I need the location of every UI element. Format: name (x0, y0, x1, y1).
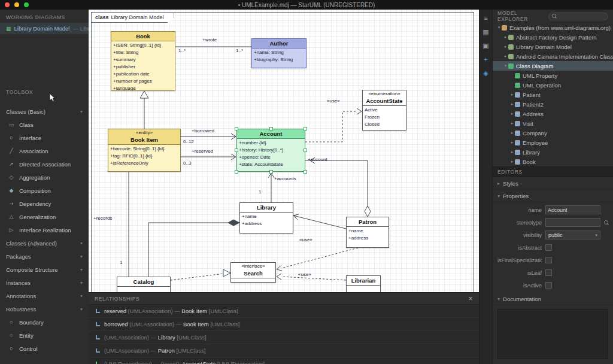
tree-item-abstract-factory-design-pattern[interactable]: ▸Abstract Factory Design Pattern (493, 32, 613, 42)
tree-expand-icon[interactable]: ▸ (509, 111, 515, 116)
tree-item-library-domain-model[interactable]: ▸Library Domain Model (493, 42, 613, 51)
tree-item-class-diagram[interactable]: ▾Class Diagram (493, 61, 613, 71)
tree-item-label: Abstract Factory Design Pattern (516, 34, 597, 41)
toolbox-item-aggregation[interactable]: ◇Aggregation (0, 171, 89, 184)
relationship-row[interactable]: (UMLAssociation) — Patron [UMLClass] (89, 344, 479, 357)
toolbox-item-directed-association[interactable]: ↗Directed Association (0, 157, 89, 171)
toolbox-section-annotations[interactable]: Annotations▾ (0, 289, 89, 302)
tree-item-library[interactable]: ▸Library (493, 147, 613, 157)
tree-expand-icon[interactable]: ▸ (503, 54, 508, 59)
tree-item-icon (515, 73, 520, 78)
tree-expand-icon[interactable]: ▾ (496, 25, 502, 30)
toolbox-section-classes-basic[interactable]: Classes (Basic)▾ (0, 105, 89, 118)
right-tools-strip: ≡▦▣+◈ (479, 10, 492, 364)
tree-expand-icon[interactable]: ▸ (503, 35, 508, 40)
diagram-canvas[interactable]: Book+ISBN: String[0..1] {id}+title: Stri… (89, 10, 479, 292)
pages-icon[interactable]: ≡ (481, 13, 491, 23)
relationships-list: reserved (UMLAssociation) — Book Item [U… (89, 305, 479, 364)
toolbox-item-label: Control (19, 345, 38, 352)
dependency-icon: ⇢ (8, 201, 15, 207)
explorer-search-input[interactable] (548, 13, 608, 20)
frame-keyword: class (95, 14, 109, 20)
working-diagram-suffix: — Libra (72, 25, 89, 32)
tree-expand-icon[interactable]: ▸ (509, 140, 515, 145)
toolbox-item-boundary[interactable]: ○Boundary (0, 316, 89, 329)
tree-item-patient2[interactable]: ▸Patient2 (493, 99, 613, 109)
tree-expand-icon[interactable]: ▾ (503, 63, 508, 68)
toolbox-item-class[interactable]: ▭Class (0, 118, 89, 131)
tree-expand-icon[interactable]: ▸ (509, 102, 515, 107)
relationship-text: (UMLAssociation) — Library [UMLClass] (104, 334, 207, 341)
toolbox-header: TOOLBOX (0, 84, 89, 98)
tree-item-android-camera-implementation-class[interactable]: ▸Android Camera Implementation Class (493, 51, 613, 61)
staruml-app: • UMLExample.mdj — StarUML (UNREGISTERED… (0, 0, 613, 364)
isabstract-checkbox[interactable] (545, 244, 552, 251)
stereotype-property-input[interactable] (545, 218, 600, 227)
toolbox-section-label: Classes (Advanced) (6, 240, 57, 247)
class-icon: ▭ (8, 122, 15, 128)
toolbox-item-composition[interactable]: ◆Composition (0, 184, 89, 197)
toolbox-item-control[interactable]: ○Control (0, 342, 89, 355)
tree-expand-icon[interactable]: ▸ (509, 150, 515, 154)
isleaf-checkbox[interactable] (545, 269, 552, 276)
toolbox-section-composite-structure[interactable]: Composite Structure▾ (0, 263, 89, 276)
tree-item-uml-operation[interactable]: UML Operation (493, 80, 613, 90)
tree-expand-icon[interactable]: ▸ (509, 159, 515, 164)
tree-expand-icon[interactable]: ▸ (503, 44, 508, 49)
toolbox-item-interface-realization[interactable]: ▷Interface Realization (0, 223, 89, 236)
close-window-button[interactable] (5, 2, 10, 7)
toolbox-item-association[interactable]: ╱Association (0, 144, 89, 157)
share-icon[interactable]: ◈ (481, 68, 491, 78)
tree-item-label: Android Camera Implementation Class (516, 53, 613, 60)
tree-item-book[interactable]: ▸Book (493, 157, 613, 166)
toolbox-item-interface[interactable]: ○Interface (0, 131, 89, 144)
visibility-select[interactable]: public ▾ (545, 230, 600, 239)
toolbox-item-generalization[interactable]: △Generalization (0, 210, 89, 223)
styles-section[interactable]: ▸ Styles (493, 177, 613, 190)
tree-item-address[interactable]: ▸Address (493, 109, 613, 119)
toolbox-item-entity[interactable]: ○Entity (0, 329, 89, 342)
toolbox-section-instances[interactable]: Instances▾ (0, 276, 89, 289)
tree-expand-icon[interactable]: ▸ (509, 131, 515, 135)
titlebar: • UMLExample.mdj — StarUML (UNREGISTERED… (0, 0, 613, 10)
tree-expand-icon[interactable]: ▸ (509, 121, 515, 126)
isfinalspecialization-checkbox[interactable] (545, 257, 552, 263)
toolbox-section-classes-advanced[interactable]: Classes (Advanced)▾ (0, 236, 89, 250)
relationship-row[interactable]: (UMLAssociation) — Library [UMLClass] (89, 331, 479, 344)
move-tool-icon[interactable]: + (481, 54, 491, 64)
toolbox-section-robustness[interactable]: Robustness▾ (0, 302, 89, 316)
left-sidebar: WORKING DIAGRAMS ▦ Library Domain Model … (0, 10, 89, 364)
tree-item-uml-property[interactable]: UML Property (493, 71, 613, 80)
relationship-row[interactable]: reserved (UMLAssociation) — Book Item [U… (89, 305, 479, 318)
relationship-row[interactable]: (UMLDependency) — (target): AccountState… (89, 357, 479, 364)
isactive-checkbox[interactable] (545, 282, 552, 289)
working-diagram-item[interactable]: ▦ Library Domain Model — Libra (0, 23, 89, 34)
name-property-input[interactable] (545, 205, 600, 214)
stereotype-search-icon[interactable] (604, 220, 609, 225)
tree-item-company[interactable]: ▸Company (493, 128, 613, 138)
edge-label: 1 (120, 260, 122, 265)
toolbox-section-packages[interactable]: Packages▾ (0, 250, 89, 263)
minimize-window-button[interactable] (14, 2, 19, 7)
properties-section[interactable]: ▾ Properties (493, 190, 613, 202)
toolbox-item-dependency[interactable]: ⇢Dependency (0, 197, 89, 210)
relationship-row[interactable]: borrowed (UMLAssociation) — Book Item [U… (89, 318, 479, 331)
tree-item-visit[interactable]: ▸Visit (493, 119, 613, 128)
tree-expand-icon[interactable]: ▸ (509, 92, 515, 97)
chevron-down-icon: ▾ (80, 109, 83, 114)
minimap-icon[interactable]: ▣ (481, 41, 491, 50)
tree-item-icon (508, 54, 514, 59)
relationships-panel: RELATIONSHIPS × reserved (UMLAssociation… (89, 292, 479, 364)
grid-view-icon[interactable]: ▦ (481, 27, 491, 37)
zoom-window-button[interactable] (24, 2, 29, 7)
directed-association-icon: ↗ (8, 161, 15, 167)
documentation-textarea[interactable] (497, 309, 608, 359)
relationships-title: RELATIONSHIPS (95, 296, 139, 302)
close-panel-icon[interactable]: × (468, 295, 473, 303)
tree-item-examples-from-www-uml-diagrams-org[interactable]: ▾Examples (from www.uml-diagrams.org) (493, 23, 613, 32)
tree-item-patient[interactable]: ▸Patient (493, 90, 613, 99)
tree-item-icon (508, 44, 514, 50)
documentation-section[interactable]: ▾ Documentation (493, 293, 613, 305)
tree-item-employee[interactable]: ▸Employee (493, 138, 613, 147)
visibility-value: public (548, 232, 563, 238)
